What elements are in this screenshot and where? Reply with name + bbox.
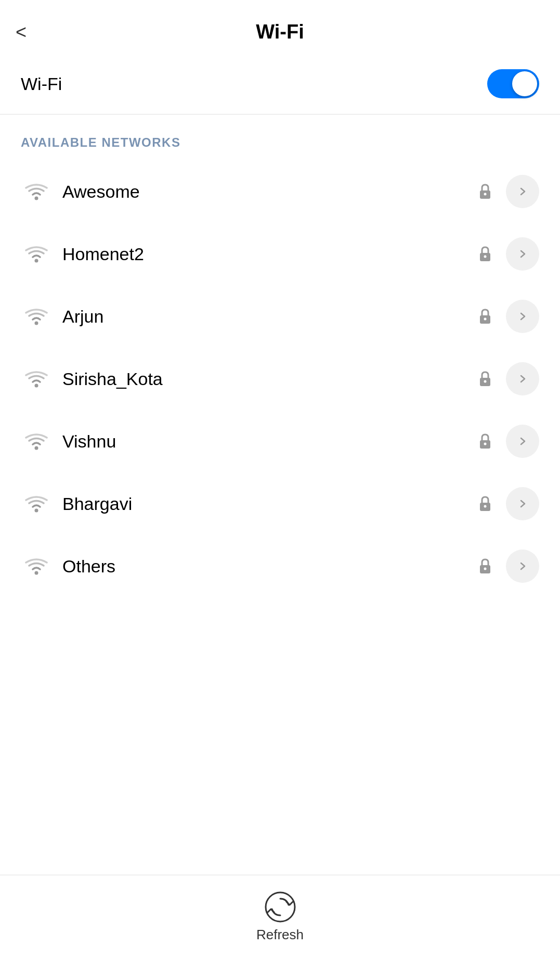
svg-point-14: [484, 443, 487, 445]
svg-point-12: [35, 446, 38, 450]
refresh-bar[interactable]: Refresh: [0, 875, 560, 958]
chevron-button-arjun[interactable]: [506, 300, 539, 333]
network-name-others: Others: [62, 556, 477, 577]
network-name-homenet2: Homenet2: [62, 244, 477, 264]
wifi-signal-icon-others: [21, 553, 52, 579]
wifi-signal-icon-awesome: [21, 178, 52, 205]
available-networks-header: AVAILABLE NETWORKS: [0, 114, 560, 160]
chevron-button-others[interactable]: [506, 550, 539, 583]
refresh-label: Refresh: [256, 927, 304, 943]
svg-point-18: [35, 571, 38, 575]
wifi-signal-icon-arjun: [21, 303, 52, 329]
svg-point-17: [484, 505, 487, 508]
svg-point-11: [484, 380, 487, 383]
network-name-sirisha-kota: Sirisha_Kota: [62, 369, 477, 389]
svg-point-21: [266, 892, 295, 922]
svg-point-5: [484, 256, 487, 258]
chevron-button-vishnu[interactable]: [506, 425, 539, 458]
chevron-button-bhargavi[interactable]: [506, 487, 539, 520]
lock-icon-arjun: [477, 306, 493, 326]
back-button[interactable]: <: [16, 23, 27, 42]
lock-icon-others: [477, 556, 493, 576]
network-item-arjun[interactable]: Arjun: [0, 285, 560, 348]
page-header: < Wi-Fi: [0, 0, 560, 54]
chevron-button-sirisha-kota[interactable]: [506, 362, 539, 395]
network-name-vishnu: Vishnu: [62, 431, 477, 452]
lock-icon-bhargavi: [477, 494, 493, 514]
network-name-awesome: Awesome: [62, 182, 477, 202]
network-item-awesome[interactable]: Awesome: [0, 160, 560, 223]
svg-point-0: [35, 197, 38, 200]
chevron-button-homenet2[interactable]: [506, 237, 539, 271]
network-name-arjun: Arjun: [62, 306, 477, 327]
svg-point-8: [484, 318, 487, 321]
network-item-homenet2[interactable]: Homenet2: [0, 223, 560, 285]
wifi-toggle-section: Wi-Fi: [0, 54, 560, 114]
svg-point-20: [484, 568, 487, 570]
svg-point-9: [35, 384, 38, 388]
network-item-sirisha-kota[interactable]: Sirisha_Kota: [0, 348, 560, 410]
toggle-knob: [512, 71, 537, 96]
wifi-signal-icon-homenet2: [21, 241, 52, 267]
svg-point-2: [484, 193, 487, 196]
network-item-vishnu[interactable]: Vishnu: [0, 410, 560, 472]
lock-icon-homenet2: [477, 244, 493, 264]
refresh-icon: [264, 890, 297, 924]
network-item-others[interactable]: Others: [0, 535, 560, 597]
lock-icon-awesome: [477, 182, 493, 201]
svg-point-15: [35, 509, 38, 513]
svg-point-6: [35, 322, 38, 325]
page-title: Wi-Fi: [256, 21, 304, 43]
wifi-signal-icon-vishnu: [21, 428, 52, 454]
lock-icon-sirisha-kota: [477, 369, 493, 389]
chevron-button-awesome[interactable]: [506, 175, 539, 208]
network-name-bhargavi: Bhargavi: [62, 494, 477, 514]
wifi-signal-icon-sirisha-kota: [21, 366, 52, 392]
wifi-signal-icon-bhargavi: [21, 491, 52, 517]
wifi-toggle-label: Wi-Fi: [21, 74, 62, 94]
lock-icon-vishnu: [477, 431, 493, 451]
network-list: Awesome Homenet2: [0, 160, 560, 597]
svg-point-3: [35, 259, 38, 263]
wifi-toggle-switch[interactable]: [487, 69, 539, 98]
network-item-bhargavi[interactable]: Bhargavi: [0, 472, 560, 535]
